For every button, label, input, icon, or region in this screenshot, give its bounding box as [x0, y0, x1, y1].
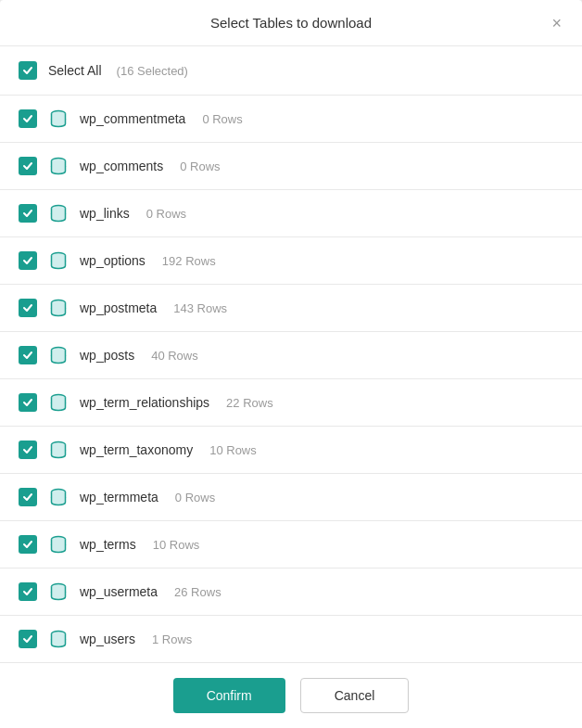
row-count: 1 Rows	[152, 632, 192, 646]
row-count: 0 Rows	[175, 491, 215, 504]
db-icon	[48, 203, 69, 224]
table-name: wp_links	[80, 206, 130, 221]
table-row[interactable]: wp_comments 0 Rows	[0, 143, 582, 190]
table-checkbox-10[interactable]	[19, 582, 37, 601]
db-icon	[48, 629, 69, 649]
table-name: wp_terms	[80, 537, 136, 552]
row-count: 40 Rows	[151, 349, 198, 363]
table-checkbox-8[interactable]	[19, 488, 37, 506]
table-name: wp_users	[80, 632, 135, 646]
table-checkbox-4[interactable]	[19, 299, 37, 317]
db-icon	[48, 534, 69, 555]
row-count: 22 Rows	[226, 396, 273, 410]
cancel-button[interactable]: Cancel	[300, 678, 410, 713]
modal-footer: Confirm Cancel	[0, 662, 582, 728]
row-count: 192 Rows	[162, 254, 216, 268]
db-icon	[48, 392, 69, 413]
row-count: 10 Rows	[153, 538, 200, 552]
table-name: wp_termmeta	[80, 490, 158, 504]
table-row[interactable]: wp_posts 40 Rows	[0, 332, 582, 379]
table-name: wp_term_relationships	[80, 395, 209, 410]
modal-dialog: Select Tables to download × Select All (…	[0, 0, 582, 728]
db-icon	[48, 109, 69, 129]
table-row[interactable]: wp_terms 10 Rows	[0, 521, 582, 568]
db-icon	[48, 298, 69, 318]
table-name: wp_term_taxonomy	[80, 442, 193, 457]
table-row[interactable]: wp_options 192 Rows	[0, 237, 582, 285]
table-checkbox-7[interactable]	[19, 441, 37, 459]
table-checkbox-11[interactable]	[19, 630, 37, 648]
table-checkbox-1[interactable]	[19, 157, 37, 175]
db-icon	[48, 345, 69, 365]
db-icon	[48, 156, 69, 176]
modal-overlay: Select Tables to download × Select All (…	[0, 0, 582, 728]
table-name: wp_options	[80, 253, 146, 268]
table-checkbox-9[interactable]	[19, 535, 37, 554]
row-count: 10 Rows	[209, 443, 257, 457]
table-checkbox-2[interactable]	[19, 204, 37, 223]
select-all-checkbox[interactable]	[19, 61, 37, 80]
table-row[interactable]: wp_usermeta 26 Rows	[0, 568, 582, 616]
modal-header: Select Tables to download ×	[0, 0, 582, 46]
table-checkbox-0[interactable]	[19, 109, 37, 128]
close-button[interactable]: ×	[546, 13, 567, 33]
table-row[interactable]: wp_term_taxonomy 10 Rows	[0, 427, 582, 474]
modal-body: Select All (16 Selected) wp_commentmeta …	[0, 46, 582, 662]
select-all-row[interactable]: Select All (16 Selected)	[0, 46, 582, 96]
db-icon	[48, 581, 69, 602]
table-name: wp_comments	[80, 159, 163, 173]
confirm-button[interactable]: Confirm	[173, 678, 285, 713]
table-row[interactable]: wp_links 0 Rows	[0, 190, 582, 237]
modal-title: Select Tables to download	[210, 15, 372, 31]
row-count: 0 Rows	[202, 112, 242, 126]
table-row[interactable]: wp_commentmeta 0 Rows	[0, 96, 582, 143]
table-row[interactable]: wp_term_relationships 22 Rows	[0, 379, 582, 427]
row-count: 0 Rows	[180, 160, 220, 173]
select-all-label: Select All	[48, 63, 102, 78]
row-count: 0 Rows	[146, 207, 186, 221]
db-icon	[48, 440, 69, 460]
table-checkbox-5[interactable]	[19, 346, 37, 364]
table-name: wp_usermeta	[80, 584, 158, 599]
table-name: wp_commentmeta	[80, 111, 185, 126]
table-row[interactable]: wp_postmeta 143 Rows	[0, 285, 582, 332]
table-name: wp_postmeta	[80, 300, 157, 315]
table-checkbox-6[interactable]	[19, 393, 37, 412]
row-count: 26 Rows	[174, 585, 221, 599]
table-checkbox-3[interactable]	[19, 251, 37, 270]
table-row[interactable]: wp_users 1 Rows	[0, 616, 582, 662]
row-count: 143 Rows	[173, 301, 227, 315]
db-icon	[48, 487, 69, 507]
selected-count: (16 Selected)	[117, 64, 188, 78]
db-icon	[48, 250, 69, 271]
table-list: wp_commentmeta 0 Rows wp_comments 0 Rows	[0, 96, 582, 662]
table-name: wp_posts	[80, 348, 134, 363]
table-row[interactable]: wp_termmeta 0 Rows	[0, 474, 582, 521]
